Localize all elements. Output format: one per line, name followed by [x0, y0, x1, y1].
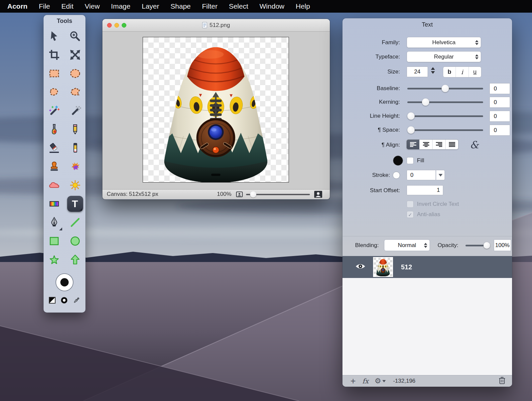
- kerning-slider-knob[interactable]: [422, 98, 429, 106]
- fullscreen-button[interactable]: [122, 23, 126, 28]
- line-height-slider[interactable]: [407, 112, 483, 120]
- size-stepper[interactable]: [431, 67, 435, 74]
- oval-select-tool[interactable]: [66, 65, 84, 82]
- typeface-dropdown[interactable]: Regular: [407, 51, 481, 62]
- menu-image[interactable]: Image: [105, 0, 136, 13]
- bw-swatch[interactable]: [49, 297, 56, 305]
- color-well[interactable]: [54, 272, 75, 293]
- zoom-tool[interactable]: [66, 28, 84, 45]
- line-height-value-field[interactable]: 0: [489, 111, 510, 122]
- italic-button[interactable]: i: [456, 67, 468, 77]
- menu-help[interactable]: Help: [290, 0, 316, 13]
- eraser-tool[interactable]: [45, 139, 64, 157]
- space-slider-knob[interactable]: [407, 126, 415, 134]
- minimize-button[interactable]: [114, 23, 119, 28]
- document-titlebar[interactable]: 512.png: [102, 19, 330, 32]
- opacity-slider[interactable]: [466, 242, 490, 249]
- align-left-button[interactable]: [407, 140, 419, 149]
- line-tool[interactable]: [66, 214, 84, 231]
- blending-dropdown[interactable]: Normal: [384, 239, 430, 251]
- zoom-slider-knob[interactable]: [250, 191, 256, 198]
- menu-filter[interactable]: Filter: [197, 0, 223, 13]
- kerning-value-field[interactable]: 0: [489, 97, 510, 108]
- eyedropper-tool[interactable]: [72, 296, 80, 306]
- pencil-tool[interactable]: [66, 121, 84, 138]
- soften-tool[interactable]: [45, 177, 64, 194]
- oval-shape-tool[interactable]: [66, 232, 84, 250]
- sharpen-tool[interactable]: [66, 177, 84, 194]
- align-center-button[interactable]: [419, 140, 432, 149]
- menu-acorn[interactable]: Acorn: [0, 0, 33, 13]
- pen-tool[interactable]: [45, 214, 64, 231]
- clone-stamp-tool[interactable]: [45, 158, 64, 175]
- resize-tool[interactable]: [66, 46, 84, 64]
- stroke-width-field[interactable]: 0: [407, 170, 436, 180]
- layer-settings-button[interactable]: ⚙: [374, 377, 386, 385]
- invert-circle-text-row: ✓ Invert Circle Text: [342, 199, 512, 209]
- family-dropdown[interactable]: Helvetica: [407, 37, 481, 48]
- rect-select-tool[interactable]: [45, 65, 64, 82]
- layer-thumbnail[interactable]: [373, 257, 393, 277]
- fill-checkbox[interactable]: ✓: [407, 157, 414, 164]
- layer-visibility-eye-icon[interactable]: [355, 263, 366, 271]
- start-offset-input[interactable]: 1: [407, 185, 443, 195]
- layer-effects-button[interactable]: fx: [362, 377, 369, 385]
- stroke-color-well[interactable]: [393, 172, 400, 179]
- space-value-field[interactable]: 0: [489, 125, 510, 136]
- menu-layer[interactable]: Layer: [136, 0, 165, 13]
- star-shape-tool[interactable]: [45, 251, 64, 268]
- start-offset-row: Start Offset: 1: [342, 185, 512, 197]
- zoom-level-label: 100%: [211, 191, 231, 198]
- eraser-stick-tool[interactable]: [66, 139, 84, 157]
- smudge-tool[interactable]: [66, 158, 84, 175]
- stroke-width-dropdown-button[interactable]: [436, 170, 445, 180]
- baseline-slider-knob[interactable]: [442, 85, 449, 92]
- magic-wand-tool[interactable]: [45, 102, 64, 119]
- align-right-button[interactable]: [432, 140, 445, 149]
- baseline-value-field[interactable]: 0: [489, 83, 510, 94]
- text-tool[interactable]: T: [66, 195, 84, 212]
- kerning-slider[interactable]: [407, 98, 483, 106]
- brush-tool[interactable]: [45, 121, 64, 138]
- crop-tool[interactable]: [45, 46, 64, 64]
- ligature-button[interactable]: &: [470, 139, 479, 151]
- stepper-up-icon[interactable]: [431, 67, 435, 70]
- align-justify-button[interactable]: [445, 140, 458, 149]
- size-input[interactable]: 24: [407, 67, 428, 77]
- pen-nib-icon: [48, 216, 60, 228]
- stepper-down-icon[interactable]: [431, 71, 435, 74]
- anti-alias-row: ✓ Anti-alias: [342, 209, 512, 219]
- close-button[interactable]: [107, 23, 112, 28]
- baseline-slider[interactable]: [407, 85, 483, 92]
- delete-layer-button[interactable]: [499, 376, 505, 386]
- menu-file[interactable]: File: [33, 0, 56, 13]
- polygon-lasso-tool[interactable]: [66, 83, 84, 101]
- zoom-in-image-button[interactable]: [314, 191, 323, 200]
- lasso-tool[interactable]: [45, 83, 64, 101]
- menu-view[interactable]: View: [79, 0, 105, 13]
- layer-row-selected[interactable]: 512: [342, 256, 512, 278]
- line-height-slider-knob[interactable]: [407, 112, 415, 120]
- move-tool[interactable]: [45, 28, 64, 45]
- zoom-slider[interactable]: [246, 194, 310, 195]
- menu-window[interactable]: Window: [254, 0, 290, 13]
- space-slider[interactable]: [407, 126, 483, 134]
- chevron-down-icon: [382, 380, 386, 382]
- rect-shape-tool[interactable]: [45, 232, 64, 250]
- opacity-value-field[interactable]: 100%: [494, 239, 511, 251]
- fill-color-well[interactable]: [393, 156, 403, 166]
- add-layer-button[interactable]: +: [350, 377, 356, 385]
- donut-swatch[interactable]: [61, 297, 68, 305]
- lasso-icon: [48, 86, 60, 98]
- menu-select[interactable]: Select: [223, 0, 254, 13]
- instant-alpha-tool[interactable]: [66, 102, 84, 119]
- opacity-slider-knob[interactable]: [483, 242, 490, 249]
- bold-button[interactable]: b: [443, 67, 456, 77]
- underline-button[interactable]: u: [468, 67, 481, 77]
- menu-edit[interactable]: Edit: [56, 0, 79, 13]
- arrow-shape-tool[interactable]: [66, 251, 84, 268]
- layers-list-empty-area[interactable]: [342, 278, 512, 375]
- image-canvas[interactable]: [143, 37, 289, 183]
- menu-shape[interactable]: Shape: [165, 0, 197, 13]
- gradient-tool[interactable]: [45, 195, 64, 212]
